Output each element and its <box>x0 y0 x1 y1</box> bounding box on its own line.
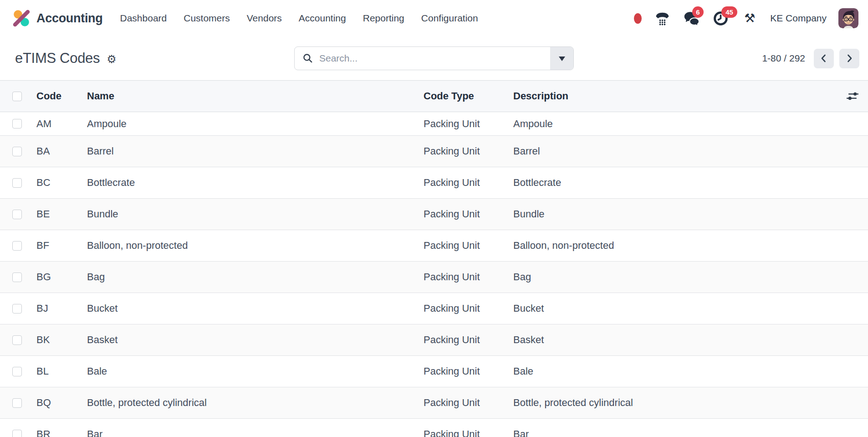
column-header-description[interactable]: Description <box>513 90 839 102</box>
cell-name: Balloon, non-protected <box>87 240 424 252</box>
cell-code: BG <box>36 271 87 283</box>
activities-clock-icon[interactable]: 45 <box>712 10 729 27</box>
row-checkbox[interactable] <box>12 367 22 376</box>
column-header-code-type[interactable]: Code Type <box>424 90 513 102</box>
nav-item-vendors[interactable]: Vendors <box>247 13 282 24</box>
cell-name: Ampoule <box>87 118 424 130</box>
pager-previous-button[interactable] <box>814 49 834 68</box>
control-panel: eTIMS Codes ⚙ 1-80 / 292 <box>0 36 868 80</box>
cell-code-type: Packing Unit <box>424 118 513 130</box>
table-row[interactable]: BR Bar Packing Unit Bar <box>0 419 868 437</box>
cell-description: Basket <box>513 334 839 346</box>
table-row[interactable]: BG Bag Packing Unit Bag <box>0 262 868 293</box>
cell-name: Bottlecrate <box>87 177 424 189</box>
cell-code: BJ <box>36 303 87 314</box>
cell-code-type: Packing Unit <box>424 303 513 314</box>
cell-code: BK <box>36 334 87 346</box>
table-row[interactable]: BA Barrel Packing Unit Barrel <box>0 136 868 167</box>
row-checkbox[interactable] <box>12 178 22 188</box>
tools-icon[interactable]: ⚒ <box>741 10 758 27</box>
table-row[interactable]: BF Balloon, non-protected Packing Unit B… <box>0 230 868 262</box>
cell-code: BQ <box>36 397 87 409</box>
select-all-checkbox[interactable] <box>12 92 22 101</box>
messages-count-badge: 6 <box>692 6 703 18</box>
table-body: AM Ampoule Packing Unit Ampoule BA Barre… <box>0 112 868 437</box>
cell-code-type: Packing Unit <box>424 397 513 409</box>
cell-code: BC <box>36 177 87 189</box>
table-row[interactable]: BE Bundle Packing Unit Bundle <box>0 199 868 230</box>
optional-columns-sliders-icon[interactable] <box>846 91 868 102</box>
cell-name: Bag <box>87 271 424 283</box>
cell-code-type: Packing Unit <box>424 334 513 346</box>
cell-code: BF <box>36 240 87 252</box>
nav-item-accounting[interactable]: Accounting <box>299 13 346 24</box>
table-row[interactable]: BK Basket Packing Unit Basket <box>0 324 868 356</box>
etims-codes-table: Code Name Code Type Description AM Ampou… <box>0 80 868 437</box>
row-checkbox[interactable] <box>12 241 22 251</box>
gear-icon[interactable]: ⚙ <box>107 51 117 66</box>
table-row[interactable]: BQ Bottle, protected cylindrical Packing… <box>0 387 868 419</box>
search-dropdown-toggle[interactable] <box>550 47 573 70</box>
nav-item-customers[interactable]: Customers <box>184 13 230 24</box>
nav-item-configuration[interactable]: Configuration <box>421 13 478 24</box>
cell-name: Barrel <box>87 145 424 157</box>
cell-description: Balloon, non-protected <box>513 240 839 252</box>
cell-name: Basket <box>87 334 424 346</box>
app-name: Accounting <box>36 11 103 26</box>
cell-description: Bale <box>513 365 839 377</box>
top-navbar: Accounting Dashboard Customers Vendors A… <box>0 0 868 36</box>
row-checkbox[interactable] <box>12 272 22 282</box>
cell-description: Barrel <box>513 145 839 157</box>
cell-code-type: Packing Unit <box>424 208 513 220</box>
main-menu: Dashboard Customers Vendors Accounting R… <box>120 13 478 24</box>
page-title: eTIMS Codes <box>15 50 100 67</box>
user-avatar[interactable] <box>838 8 858 28</box>
search-bar <box>294 46 574 70</box>
row-checkbox[interactable] <box>12 398 22 408</box>
row-checkbox[interactable] <box>12 304 22 314</box>
cell-name: Bottle, protected cylindrical <box>87 397 424 409</box>
app-switcher[interactable]: Accounting <box>12 9 103 27</box>
messages-icon[interactable]: 6 <box>683 10 700 27</box>
cell-code-type: Packing Unit <box>424 428 513 437</box>
column-header-code[interactable]: Code <box>36 90 87 102</box>
nav-item-dashboard[interactable]: Dashboard <box>120 13 167 24</box>
cell-code: BL <box>36 365 87 377</box>
cell-code: AM <box>36 118 87 130</box>
pager: 1-80 / 292 <box>762 49 859 68</box>
company-name[interactable]: KE Company <box>770 13 827 24</box>
table-row[interactable]: BJ Bucket Packing Unit Bucket <box>0 293 868 324</box>
row-checkbox[interactable] <box>12 335 22 345</box>
cell-code: BA <box>36 145 87 157</box>
row-checkbox[interactable] <box>12 430 22 437</box>
system-tray: 6 45 ⚒ KE Company <box>634 8 858 28</box>
cell-code-type: Packing Unit <box>424 271 513 283</box>
table-row[interactable]: AM Ampoule Packing Unit Ampoule <box>0 112 868 136</box>
chevron-left-icon <box>818 53 829 64</box>
cell-code-type: Packing Unit <box>424 365 513 377</box>
pager-next-button[interactable] <box>839 49 859 68</box>
status-dot-icon <box>634 13 642 24</box>
row-checkbox[interactable] <box>12 119 22 129</box>
table-row[interactable]: BL Bale Packing Unit Bale <box>0 356 868 387</box>
cell-description: Ampoule <box>513 118 839 130</box>
search-input[interactable] <box>319 53 550 64</box>
row-checkbox[interactable] <box>12 147 22 156</box>
cell-description: Bottle, protected cylindrical <box>513 397 839 409</box>
cell-description: Bottlecrate <box>513 177 839 189</box>
cell-name: Bucket <box>87 303 424 314</box>
cell-name: Bale <box>87 365 424 377</box>
accounting-app-logo-icon <box>12 9 31 27</box>
pager-value: 1-80 / 292 <box>762 53 805 64</box>
table-row[interactable]: BC Bottlecrate Packing Unit Bottlecrate <box>0 167 868 199</box>
row-checkbox[interactable] <box>12 210 22 219</box>
cell-name: Bar <box>87 428 424 437</box>
cell-description: Bag <box>513 271 839 283</box>
cell-description: Bar <box>513 428 839 437</box>
search-icon <box>302 53 314 64</box>
voip-phone-icon[interactable] <box>654 10 671 27</box>
chevron-right-icon <box>844 53 855 64</box>
nav-item-reporting[interactable]: Reporting <box>363 13 404 24</box>
cell-code-type: Packing Unit <box>424 177 513 189</box>
column-header-name[interactable]: Name <box>87 90 424 102</box>
